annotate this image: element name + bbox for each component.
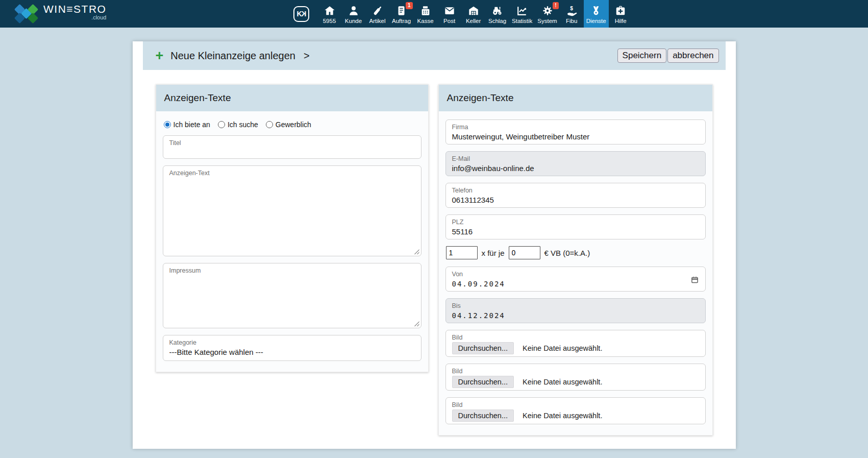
- system-alert-badge: !: [553, 2, 558, 9]
- bis-value: 04.12.2024: [452, 311, 699, 321]
- cash-register-icon: [420, 4, 431, 16]
- impressum-label: Impressum: [169, 267, 415, 274]
- radio-ich-suche[interactable]: Ich suche: [218, 120, 258, 129]
- cancel-button[interactable]: abbrechen: [667, 49, 718, 63]
- radio-button-icon[interactable]: [266, 121, 273, 128]
- kategorie-select[interactable]: Kategorie ---Bitte Kategorie wählen ---: [163, 335, 421, 361]
- nav-item-statistik[interactable]: Statistik: [509, 0, 535, 28]
- order-icon: 1: [396, 4, 407, 16]
- nav-item-home[interactable]: 5955: [317, 0, 341, 28]
- von-value[interactable]: 04.09.2024: [452, 280, 699, 289]
- chart-icon: [516, 4, 528, 16]
- resize-grip-icon[interactable]: [414, 321, 419, 326]
- workspace-badge[interactable]: KK: [293, 6, 309, 22]
- resize-grip-icon[interactable]: [414, 249, 419, 254]
- ad-type-radio-group: Ich biete an Ich suche Gewerblich: [164, 120, 420, 129]
- plus-icon: +: [156, 49, 164, 63]
- panel-anzeigen-texte-right: Anzeigen-Texte Firma Musterweingut, Wein…: [438, 84, 713, 436]
- anzeigen-text-value[interactable]: [169, 178, 415, 187]
- radio-button-icon[interactable]: [218, 121, 225, 128]
- top-navigation: WIN≡STRO .cloud KK 5955 Kunde Artikel: [0, 0, 868, 28]
- tractor-icon: [491, 4, 503, 16]
- plz-label: PLZ: [452, 219, 699, 226]
- bild-upload-field-2: Bild Durchsuchen... Keine Datei ausgewäh…: [445, 364, 706, 391]
- file-status-text: Keine Datei ausgewählt.: [523, 344, 602, 352]
- left-panel-title: Anzeigen-Texte: [156, 85, 428, 111]
- bis-label: Bis: [452, 302, 699, 309]
- impressum-value[interactable]: [169, 276, 415, 285]
- home-icon: [324, 4, 335, 16]
- price-row: x für je € VB (0=k.A.): [446, 246, 705, 259]
- bild-label: Bild: [452, 368, 699, 375]
- price-input[interactable]: [509, 246, 540, 259]
- titel-label: Titel: [169, 139, 415, 147]
- radio-button-icon[interactable]: [164, 121, 171, 128]
- winestro-logo[interactable]: WIN≡STRO .cloud: [14, 3, 106, 25]
- email-label: E-Mail: [452, 155, 699, 162]
- svg-text:$: $: [570, 5, 573, 11]
- telefon-label: Telefon: [452, 187, 699, 194]
- hand-dollar-icon: $: [566, 4, 578, 16]
- titel-value[interactable]: [169, 148, 415, 157]
- radio-gewerblich[interactable]: Gewerblich: [266, 120, 311, 129]
- firma-field[interactable]: Firma Musterweingut, Weingutbetreiber Mu…: [445, 119, 706, 144]
- file-status-text: Keine Datei ausgewählt.: [523, 412, 602, 420]
- page-header-band: + Neue Kleinanzeige anlegen > Speichern …: [143, 41, 726, 70]
- brand-text: WIN≡STRO .cloud: [43, 3, 106, 20]
- bis-date-field: Bis 04.12.2024: [445, 298, 706, 323]
- nav-item-system[interactable]: ! System: [535, 0, 559, 28]
- firma-label: Firma: [452, 124, 699, 131]
- browse-button[interactable]: Durchsuchen...: [452, 342, 514, 354]
- radio-ich-biete-an[interactable]: Ich biete an: [164, 120, 210, 129]
- nav-item-dienste[interactable]: Dienste: [584, 0, 609, 28]
- browse-button[interactable]: Durchsuchen...: [452, 409, 514, 422]
- nav-item-hilfe[interactable]: Hilfe: [609, 0, 633, 28]
- firma-value[interactable]: Musterweingut, Weingutbetreiber Muster: [452, 132, 699, 141]
- nav-item-schlag[interactable]: Schlag: [485, 0, 509, 28]
- chevron-right-icon: >: [304, 50, 310, 62]
- wine-bottle-icon: [372, 4, 383, 16]
- email-field: E-Mail info@weinbau-online.de: [445, 151, 706, 176]
- bild-upload-field-1: Bild Durchsuchen... Keine Datei ausgewäh…: [445, 330, 706, 357]
- anzeigen-text-field[interactable]: Anzeigen-Text: [163, 165, 421, 256]
- file-status-text: Keine Datei ausgewählt.: [523, 378, 602, 386]
- kategorie-value[interactable]: ---Bitte Kategorie wählen ---: [169, 348, 415, 357]
- impressum-field[interactable]: Impressum: [163, 263, 421, 328]
- anzeigen-text-label: Anzeigen-Text: [169, 170, 415, 177]
- warehouse-icon: [468, 4, 479, 16]
- titel-field[interactable]: Titel: [163, 135, 421, 159]
- von-date-field[interactable]: Von 04.09.2024: [445, 267, 706, 292]
- plz-value[interactable]: 55116: [452, 227, 699, 236]
- nav-item-auftrag[interactable]: 1 Auftrag: [389, 0, 413, 28]
- page-title: + Neue Kleinanzeige anlegen >: [156, 49, 310, 63]
- telefon-field[interactable]: Telefon 0613112345: [445, 183, 706, 208]
- save-button[interactable]: Speichern: [617, 49, 667, 63]
- brand-suffix: .cloud: [91, 14, 106, 20]
- bild-label: Bild: [452, 401, 699, 408]
- nav-item-kunde[interactable]: Kunde: [341, 0, 365, 28]
- nav-item-post[interactable]: Post: [437, 0, 461, 28]
- right-panel-title: Anzeigen-Texte: [439, 85, 712, 111]
- nav-item-artikel[interactable]: Artikel: [365, 0, 389, 28]
- main-card: + Neue Kleinanzeige anlegen > Speichern …: [133, 41, 736, 449]
- von-label: Von: [452, 271, 699, 278]
- telefon-value[interactable]: 0613112345: [452, 196, 699, 205]
- price-row-between-text: x für je: [482, 249, 505, 257]
- kategorie-label: Kategorie: [169, 339, 415, 346]
- plz-field[interactable]: PLZ 55116: [445, 214, 706, 239]
- gear-icon: !: [542, 4, 553, 16]
- nav-item-keller[interactable]: Keller: [461, 0, 485, 28]
- quantity-input[interactable]: [446, 246, 478, 259]
- calendar-icon[interactable]: [691, 276, 699, 285]
- bild-upload-field-3: Bild Durchsuchen... Keine Datei ausgewäh…: [445, 397, 706, 424]
- envelope-icon: [444, 4, 455, 16]
- nav-item-fibu[interactable]: $ Fibu: [560, 0, 584, 28]
- browse-button[interactable]: Durchsuchen...: [452, 376, 514, 388]
- first-aid-icon: [615, 4, 626, 16]
- nav-item-kasse[interactable]: Kasse: [413, 0, 437, 28]
- winestro-diamonds-icon: [14, 3, 39, 25]
- person-icon: [348, 4, 359, 16]
- medal-icon: [590, 4, 602, 16]
- price-row-after-text: € VB (0=k.A.): [544, 249, 590, 257]
- panel-anzeigen-texte-left: Anzeigen-Texte Ich biete an Ich suche Ge…: [156, 84, 429, 372]
